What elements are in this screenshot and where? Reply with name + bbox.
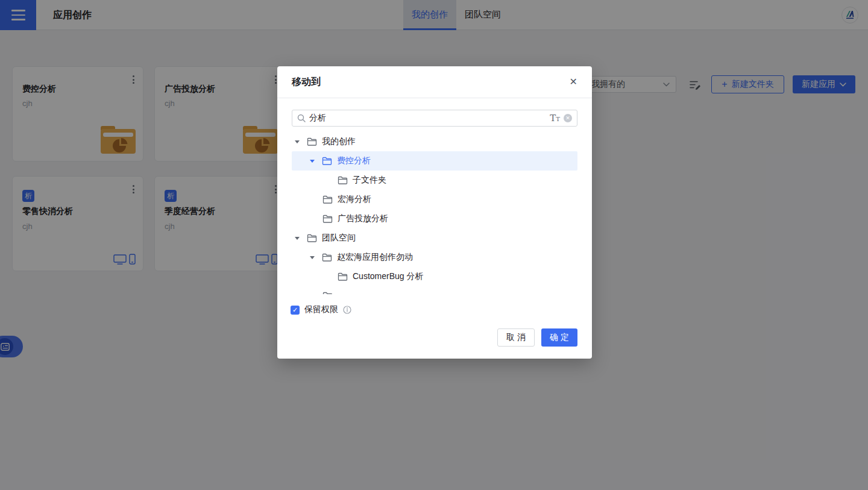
close-icon[interactable]: ✕	[570, 77, 577, 87]
folder-search-box: TT ✕	[292, 110, 577, 127]
caret-down-icon[interactable]	[310, 160, 315, 163]
info-icon[interactable]	[343, 306, 351, 314]
text-match-toggle-icon[interactable]: TT	[550, 114, 560, 123]
confirm-button[interactable]: 确定	[541, 328, 577, 347]
keep-permission-checkbox[interactable]: ✓	[291, 306, 300, 315]
keep-permission-label: 保留权限	[304, 304, 338, 315]
move-to-dialog: 移动到 ✕ TT ✕ 我的创作费控分析子文件夹宏海分析广告投放分析团队空间赵宏海…	[277, 66, 592, 359]
tree-node-label: 团队空间	[322, 233, 356, 243]
tree-node-label: 广告投放分析	[338, 213, 388, 224]
search-icon	[297, 114, 306, 122]
caret-down-icon[interactable]	[295, 140, 300, 143]
clear-search-icon[interactable]: ✕	[564, 114, 572, 122]
folder-tree: 我的创作费控分析子文件夹宏海分析广告投放分析团队空间赵宏海应用创作勿动Custo…	[277, 132, 592, 294]
tree-node-label: 赵宏海应用创作勿动	[337, 252, 413, 263]
tree-node[interactable]: CustomerBug 分析	[292, 267, 577, 286]
folder-icon	[322, 157, 332, 166]
tree-node[interactable]: 团队空间	[292, 228, 577, 248]
folder-icon	[307, 234, 317, 243]
tree-node[interactable]: 子文件夹	[292, 171, 577, 190]
caret-down-icon[interactable]	[310, 256, 315, 259]
folder-icon	[338, 176, 348, 185]
folder-icon	[322, 215, 333, 224]
tree-node-label: 我的创作	[322, 136, 356, 147]
tree-node[interactable]: 宏海分析	[292, 190, 577, 209]
keep-permission-row: ✓ 保留权限	[291, 304, 351, 315]
tree-node-label: 费控分析	[337, 155, 371, 166]
folder-search-input[interactable]	[309, 113, 546, 123]
folder-icon	[338, 272, 348, 281]
tree-node[interactable]: 广告投放分析	[292, 209, 577, 228]
folder-icon	[322, 195, 333, 204]
tree-node[interactable]: 赵宏海应用创作勿动	[292, 248, 577, 267]
folder-icon	[307, 137, 317, 146]
dialog-header: 移动到 ✕	[277, 66, 592, 98]
tree-node-label: CustomerBug 分析	[353, 271, 423, 282]
dialog-title: 移动到	[292, 76, 321, 89]
tree-node[interactable]	[292, 286, 577, 294]
tree-node[interactable]: 我的创作	[292, 132, 577, 151]
tree-node-label: 子文件夹	[353, 175, 386, 186]
tree-node-label: 宏海分析	[338, 194, 371, 205]
tree-node[interactable]: 费控分析	[292, 151, 577, 171]
cancel-button[interactable]: 取消	[497, 328, 535, 347]
caret-down-icon[interactable]	[295, 237, 300, 240]
dialog-footer: 取消 确定	[497, 328, 577, 347]
folder-icon	[322, 253, 332, 262]
folder-icon	[322, 292, 333, 295]
